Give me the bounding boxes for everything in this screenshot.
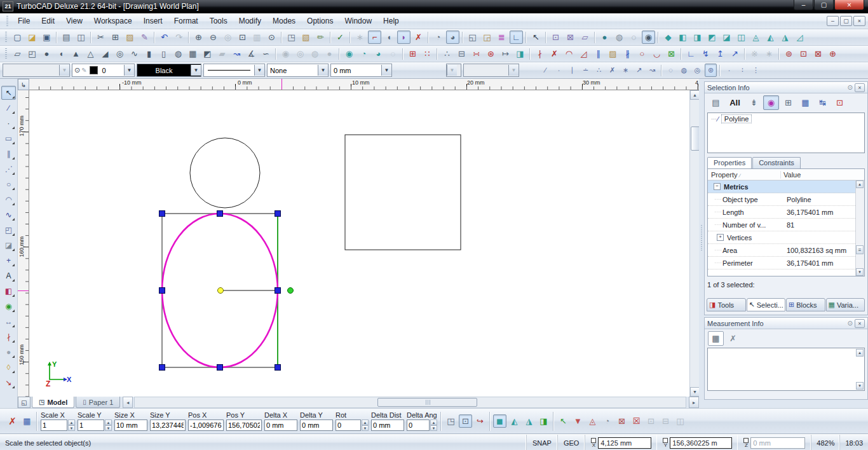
hatch-icon[interactable]: ◊ — [1, 360, 16, 374]
measurement-list[interactable]: ▲ ▼ — [707, 348, 865, 391]
dock-tab-selection[interactable]: ↖Selecti... — [747, 298, 786, 311]
save-icon[interactable]: ▣ — [40, 31, 53, 44]
ghost-select-icon[interactable]: ◔ — [600, 414, 614, 428]
spinner[interactable]: ▲▼ — [105, 419, 112, 431]
scale-x-input[interactable] — [41, 419, 67, 431]
align-colors-icon[interactable]: ≣ — [495, 31, 508, 44]
fillet-edge-icon[interactable]: ∟ — [684, 47, 698, 60]
selection-handle[interactable] — [217, 365, 223, 371]
ucs-toggle-icon[interactable]: ∟ — [510, 31, 523, 44]
disk-icon[interactable]: ◍ — [172, 47, 185, 60]
scroll-right-icon[interactable]: ▸ — [689, 397, 699, 408]
context-help-icon[interactable]: ↖ — [529, 31, 543, 44]
copy-icon[interactable]: ⊞ — [109, 31, 122, 44]
doc-close-button[interactable]: × — [853, 16, 865, 26]
select-wp-icon[interactable]: ◭ — [508, 414, 521, 428]
close-panel-icon[interactable]: × — [855, 319, 865, 328]
highlight-icon[interactable]: ◉ — [763, 95, 779, 110]
zoom-in-icon[interactable]: ⊕ — [192, 31, 205, 44]
show-table-icon[interactable]: ▦ — [797, 95, 813, 110]
property-row[interactable]: Number of v...81 — [708, 219, 864, 231]
snap-one-point-icon[interactable]: ∙ — [723, 64, 735, 77]
load-selection-icon[interactable]: ⇟ — [746, 95, 762, 110]
zoom-out-icon[interactable]: ⊖ — [207, 31, 220, 44]
horizontal-scrollbar[interactable] — [134, 397, 686, 408]
node-edit-icon[interactable]: ↯ — [699, 47, 712, 60]
snap-free-icon[interactable]: ∕ — [539, 64, 552, 77]
measurement-table-icon[interactable]: ▦ — [708, 331, 724, 346]
selection-handle[interactable] — [159, 365, 165, 371]
dock-tab-variables[interactable]: ▦Varia... — [826, 298, 865, 311]
extrude-icon[interactable]: ◪ — [1, 238, 16, 252]
surface-icon[interactable]: ● — [1, 345, 16, 359]
vector-copy-icon[interactable]: ↦ — [499, 47, 512, 60]
zoom-extents-icon[interactable]: ⊡ — [236, 31, 249, 44]
frame-slash-icon[interactable]: ⊠ — [615, 414, 628, 428]
menu-tools[interactable]: Tools — [204, 15, 233, 27]
menu-modify[interactable]: Modify — [233, 15, 267, 27]
facet-icon[interactable]: ◩ — [201, 47, 214, 60]
double-offset-icon[interactable]: ∦ — [621, 47, 634, 60]
z-coordinate-input[interactable]: 0 mm — [750, 437, 805, 449]
selection-handle[interactable] — [217, 211, 223, 217]
minimize-button[interactable]: – — [794, 0, 813, 10]
render-quality-icon[interactable]: ● — [598, 31, 611, 44]
view-front-icon[interactable]: ◨ — [691, 31, 704, 44]
property-row[interactable]: Length36,175401 mm — [708, 206, 864, 219]
open-folder-icon[interactable]: ◪ — [25, 31, 39, 44]
fillet-icon[interactable]: ◠ — [562, 47, 576, 60]
render-wireframe-icon[interactable]: ◉ — [642, 31, 655, 44]
finish-button[interactable]: ✗ — [6, 414, 19, 428]
drawing-canvas[interactable]: YXZ — [29, 90, 689, 397]
spline-icon[interactable]: ∿ — [1, 208, 16, 222]
snap-toggle-icon[interactable]: ⊡ — [459, 414, 472, 428]
horizontal-scroll-thumb[interactable] — [377, 398, 477, 407]
compress-icon[interactable]: ◳ — [444, 414, 458, 428]
menu-view[interactable]: View — [60, 15, 88, 27]
group-row-metrics[interactable]: − Metrics — [708, 181, 864, 193]
snap-quadrant-icon[interactable]: ∗ — [620, 64, 632, 77]
select-all-button[interactable]: All — [725, 95, 745, 110]
line-width-combo[interactable]: 0 mm ▼ — [330, 64, 392, 77]
menu-file[interactable]: File — [12, 15, 36, 27]
menu-workspace[interactable]: Workspace — [88, 15, 138, 27]
scale-y-input[interactable] — [78, 419, 104, 431]
zoom-window-icon[interactable]: ⊙ — [265, 31, 278, 44]
tab-paper1[interactable]: ▯ Paper 1 — [76, 397, 120, 408]
tile-array-icon[interactable]: ∺ — [470, 47, 483, 60]
cylinder-icon[interactable]: ▮ — [142, 47, 156, 60]
text-icon[interactable]: A — [1, 269, 16, 283]
point-icon[interactable]: ∙ — [1, 116, 16, 130]
box-3d-icon[interactable]: ◰ — [1, 223, 16, 237]
update-view-icon[interactable]: ◲ — [480, 31, 494, 44]
view-se-icon[interactable]: ◮ — [778, 31, 792, 44]
rotation-handle[interactable] — [288, 288, 294, 294]
offset-icon[interactable]: ∥ — [592, 47, 605, 60]
paste-icon[interactable]: ▨ — [123, 31, 137, 44]
cancel-selection-icon[interactable]: ☒ — [630, 414, 643, 428]
drawn-circle[interactable] — [190, 138, 260, 208]
property-row-vertices[interactable]: +Vertices — [708, 231, 864, 244]
cone-icon[interactable]: ▲ — [69, 47, 83, 60]
solid-intersect-icon[interactable]: ◕ — [372, 47, 385, 60]
spinner[interactable]: ▲▼ — [68, 419, 75, 431]
print-icon[interactable]: ▤ — [60, 31, 73, 44]
circle-icon[interactable]: ○ — [1, 177, 16, 191]
view-left-icon[interactable]: ◪ — [720, 31, 733, 44]
arc-3d-icon[interactable]: ∡ — [245, 47, 258, 60]
selection-tree[interactable]: ⋯ ∕ Polyline — [707, 112, 865, 153]
modify-icon[interactable]: ∤ — [1, 330, 16, 344]
pen-color-combo[interactable]: Black ▼ — [137, 64, 201, 77]
snap-two-point-icon[interactable]: ∶ — [736, 64, 749, 77]
pin-icon[interactable]: ⊙ — [848, 84, 853, 91]
scroll-up-icon[interactable]: ▲ — [690, 90, 700, 100]
selection-handle[interactable] — [159, 288, 165, 294]
solid-subtract-icon[interactable]: ◔ — [357, 47, 370, 60]
shrink-frame-icon[interactable]: ▨ — [606, 47, 620, 60]
tab-model[interactable]: ◳ Model — [32, 397, 74, 408]
snap-vertex-icon[interactable]: ∙ — [553, 64, 565, 77]
radial-array-icon[interactable]: ⊛ — [484, 47, 498, 60]
grid-scroll-thumb[interactable]: ≡ — [856, 245, 864, 254]
scroll-up-icon[interactable]: ▲ — [856, 349, 864, 357]
plot-icon[interactable]: ⊠ — [811, 47, 825, 60]
